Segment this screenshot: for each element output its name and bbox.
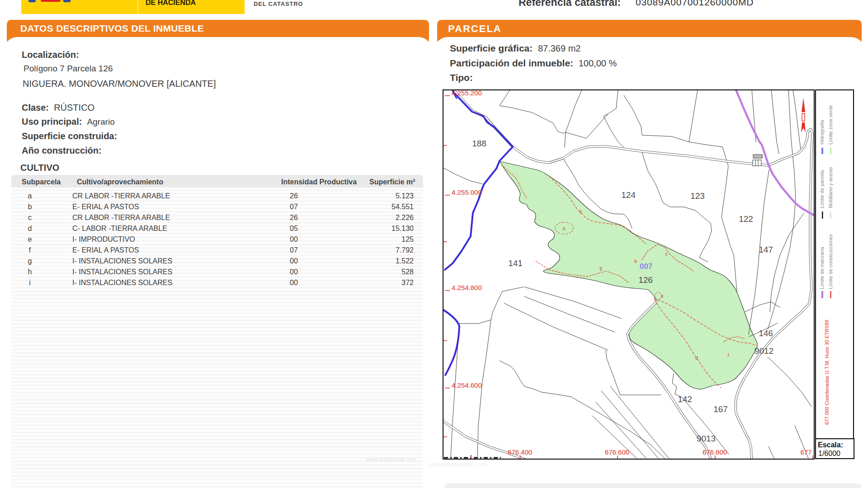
svg-text:676.400: 676.400 xyxy=(508,448,532,456)
svg-text:4.255.000: 4.255.000 xyxy=(452,188,482,196)
svg-text:124: 124 xyxy=(621,190,636,200)
svg-text:4.254.800: 4.254.800 xyxy=(452,284,482,291)
svg-text:142: 142 xyxy=(678,394,692,404)
svg-text:4.254.600: 4.254.600 xyxy=(452,381,482,389)
svg-text:h: h xyxy=(563,226,566,231)
svg-text:007: 007 xyxy=(640,262,652,271)
svg-text:167: 167 xyxy=(713,404,728,414)
svg-text:1/6000: 1/6000 xyxy=(818,450,840,457)
svg-text:e: e xyxy=(661,294,664,299)
svg-text:9012: 9012 xyxy=(755,346,774,356)
svg-text:b: b xyxy=(634,259,637,264)
svg-text:Límite de parcela: Límite de parcela xyxy=(819,170,825,208)
svg-text:f: f xyxy=(728,353,729,358)
svg-text:122: 122 xyxy=(739,214,753,224)
svg-text:Mobiliario y aceras: Mobiliario y aceras xyxy=(828,167,833,208)
svg-text:Escala:: Escala: xyxy=(818,441,843,449)
svg-text:676.800: 676.800 xyxy=(703,448,727,456)
svg-text:Hidrografía: Hidrografía xyxy=(819,120,825,145)
svg-text:677: 677 xyxy=(800,448,811,456)
svg-text:147: 147 xyxy=(759,245,773,254)
svg-text:d: d xyxy=(695,356,698,361)
svg-text:188: 188 xyxy=(472,139,486,148)
svg-text:a: a xyxy=(579,209,582,214)
svg-text:146: 146 xyxy=(759,328,773,338)
svg-text:Límite zona verde: Límite zona verde xyxy=(828,105,833,145)
svg-text:123: 123 xyxy=(690,191,705,201)
svg-text:676.600: 676.600 xyxy=(605,448,629,456)
svg-text:c: c xyxy=(665,252,668,257)
svg-text:g: g xyxy=(599,266,602,271)
svg-text:Límite de manzana: Límite de manzana xyxy=(819,247,825,289)
svg-text:9013: 9013 xyxy=(697,434,716,443)
svg-text:677.000 Coordenadas U.T.M. Hus: 677.000 Coordenadas U.T.M. Huso 30 ETRS8… xyxy=(824,320,830,425)
svg-text:Límite de construcciones: Límite de construcciones xyxy=(828,234,833,289)
svg-text:141: 141 xyxy=(508,258,523,268)
svg-text:126: 126 xyxy=(638,275,653,285)
